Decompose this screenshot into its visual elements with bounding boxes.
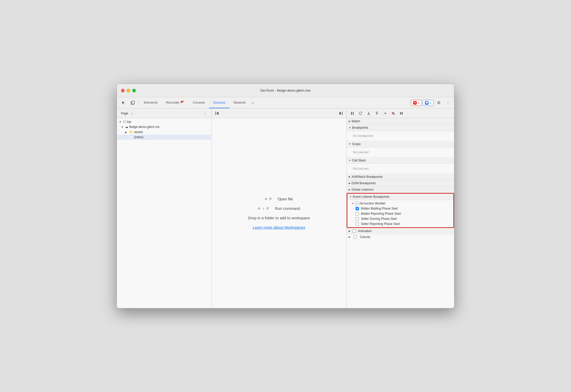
tree-arrow-assets: ▶ bbox=[125, 131, 128, 134]
panel-toolbar: Page » ⋮ bbox=[117, 108, 211, 118]
checkbox-seller-reporting[interactable]: Seller Reporting Phase Start bbox=[347, 221, 453, 226]
left-panel: Page » ⋮ ▼ ☐ top ▼ ☁ fledge-demo.glitch.… bbox=[117, 108, 212, 308]
page-tab[interactable]: Page bbox=[119, 111, 130, 116]
tree-item-top[interactable]: ▼ ☐ top bbox=[117, 119, 211, 124]
xhr-section-header[interactable]: ▶ XHR/fetch Breakpoints bbox=[347, 174, 454, 180]
tab-bar-right: ✕ 1 💬 1 ⚙ ⋮ bbox=[411, 97, 452, 108]
checkbox-bidder-reporting-input[interactable] bbox=[356, 212, 359, 215]
ad-auction-group: ▼ − Ad Auction Worklet Bidder Bidding Ph… bbox=[347, 200, 453, 227]
right-panel-content: ▶ Watch ▼ Breakpoints No breakpoints ▼ S… bbox=[347, 118, 454, 308]
svg-rect-11 bbox=[402, 112, 403, 115]
event-listener-header[interactable]: ▼ Event Listener Breakpoints bbox=[347, 194, 453, 200]
step-out-button[interactable] bbox=[373, 110, 380, 117]
settings-button[interactable]: ⚙ bbox=[435, 99, 443, 107]
tab-console[interactable]: Console bbox=[189, 97, 209, 108]
breakpoints-section-header[interactable]: ▼ Breakpoints bbox=[347, 125, 454, 131]
checkbox-seller-reporting-input[interactable] bbox=[356, 222, 359, 226]
file-icon-index: 📄 bbox=[129, 135, 133, 139]
ad-auction-minus-icon: − bbox=[355, 202, 358, 205]
no-breakpoints-text: No breakpoints bbox=[347, 132, 454, 140]
ad-auction-header[interactable]: ▼ − Ad Auction Worklet bbox=[347, 201, 453, 206]
global-section-header[interactable]: ▶ Global Listeners bbox=[347, 187, 454, 193]
checkbox-seller-scoring-label: Seller Scoring Phase Start bbox=[361, 217, 397, 221]
checkbox-seller-scoring[interactable]: Seller Scoring Phase Start bbox=[347, 216, 453, 221]
breakpoints-arrow: ▼ bbox=[349, 126, 351, 129]
checkbox-bidder-bidding-input[interactable] bbox=[356, 207, 359, 210]
canvas-section-partial: ▶ Canvas bbox=[347, 234, 454, 239]
callstack-section-header[interactable]: ▼ Call Stack bbox=[347, 157, 454, 164]
checkbox-bidder-bidding[interactable]: Bidder Bidding Phase Start bbox=[347, 206, 453, 211]
folder-icon-assets: 📁 bbox=[129, 130, 133, 134]
svg-rect-3 bbox=[342, 112, 343, 115]
cursor-icon[interactable] bbox=[119, 97, 128, 108]
watch-label: Watch bbox=[352, 119, 360, 123]
more-button[interactable]: ⋮ bbox=[444, 99, 452, 107]
animation-arrow: ▶ bbox=[349, 230, 350, 232]
step-over-button[interactable] bbox=[357, 110, 364, 117]
animation-section-header[interactable]: ▶ Animation bbox=[347, 228, 454, 234]
info-icon: 💬 bbox=[425, 101, 429, 105]
scope-section-header[interactable]: ▼ Scope bbox=[347, 141, 454, 147]
global-arrow: ▶ bbox=[349, 188, 350, 191]
checkbox-seller-scoring-input[interactable] bbox=[356, 217, 359, 221]
folder-icon-top: ☐ bbox=[123, 120, 126, 124]
panel-chevron[interactable]: » bbox=[130, 111, 134, 116]
pause-async-button[interactable] bbox=[398, 110, 405, 117]
shortcut-open-file: ⌘ P Open file bbox=[265, 197, 293, 201]
tree-label-assets: assets bbox=[134, 130, 143, 134]
shortcut-key-run: ⌘ ⇧ P bbox=[258, 206, 269, 211]
canvas-checkbox[interactable] bbox=[354, 235, 357, 239]
tab-recorder[interactable]: Recorder 🚩 bbox=[162, 97, 189, 108]
maximize-button[interactable] bbox=[132, 89, 136, 92]
pause-button[interactable] bbox=[349, 110, 356, 117]
svg-rect-2 bbox=[215, 112, 216, 115]
svg-rect-5 bbox=[353, 112, 354, 115]
tree-item-domain[interactable]: ▼ ☁ fledge-demo.glitch.me bbox=[117, 124, 211, 129]
middle-toolbar bbox=[212, 108, 346, 118]
panel-more-button[interactable]: ⋮ bbox=[201, 110, 209, 116]
tree-item-index[interactable]: 📄 (index) bbox=[117, 135, 211, 140]
xhr-arrow: ▶ bbox=[349, 176, 350, 178]
close-button[interactable] bbox=[121, 89, 125, 92]
shortcut-label-open: Open file bbox=[278, 197, 293, 201]
nav-left-button[interactable] bbox=[214, 110, 221, 117]
window-controls bbox=[121, 89, 136, 92]
checkbox-bidder-reporting[interactable]: Bidder Reporting Phase Start bbox=[347, 211, 453, 216]
tab-overflow[interactable]: » bbox=[250, 97, 256, 108]
tab-network[interactable]: Network bbox=[229, 97, 250, 108]
global-label: Global Listeners bbox=[352, 188, 374, 191]
error-badge-button[interactable]: ✕ 1 bbox=[411, 100, 422, 106]
shortcut-key-open: ⌘ P bbox=[265, 197, 271, 201]
cloud-icon: ☁ bbox=[125, 125, 128, 129]
panel-toolbar-right: ⋮ bbox=[201, 111, 209, 116]
event-listener-highlighted: ▼ Event Listener Breakpoints ▼ − Ad Auct… bbox=[347, 193, 454, 228]
canvas-label: Canvas bbox=[360, 235, 370, 239]
workspace-link[interactable]: Learn more about Workspaces bbox=[253, 225, 305, 230]
watch-arrow: ▶ bbox=[349, 120, 350, 123]
step-button[interactable] bbox=[381, 110, 389, 117]
animation-checkbox[interactable] bbox=[353, 230, 356, 233]
event-listener-label: Event Listener Breakpoints bbox=[353, 195, 389, 199]
svg-rect-1 bbox=[132, 101, 135, 104]
info-badge-button[interactable]: 💬 1 bbox=[423, 100, 434, 106]
nav-right-button[interactable] bbox=[337, 110, 344, 117]
tab-separator bbox=[138, 99, 139, 106]
dom-section-header[interactable]: ▶ DOM Breakpoints bbox=[347, 180, 454, 187]
tree-label-domain: fledge-demo.glitch.me bbox=[129, 125, 159, 129]
animation-label: Animation bbox=[358, 229, 371, 233]
watch-section-header[interactable]: ▶ Watch bbox=[347, 118, 454, 125]
tab-elements[interactable]: Elements bbox=[140, 97, 162, 108]
step-into-button[interactable] bbox=[365, 110, 372, 117]
scope-body: Not paused bbox=[347, 147, 454, 157]
tree-item-assets[interactable]: ▶ 📁 assets bbox=[117, 129, 211, 135]
callstack-arrow: ▼ bbox=[349, 159, 351, 162]
error-icon: ✕ bbox=[413, 101, 417, 105]
shortcut-run-command: ⌘ ⇧ P Run command bbox=[258, 206, 300, 211]
callstack-label: Call Stack bbox=[352, 159, 366, 162]
minimize-button[interactable] bbox=[127, 89, 130, 92]
tab-sources[interactable]: Sources bbox=[209, 97, 229, 108]
duplicate-icon[interactable] bbox=[128, 97, 137, 108]
svg-rect-4 bbox=[351, 112, 352, 115]
deactivate-button[interactable] bbox=[390, 110, 397, 117]
breakpoints-label: Breakpoints bbox=[352, 126, 368, 129]
